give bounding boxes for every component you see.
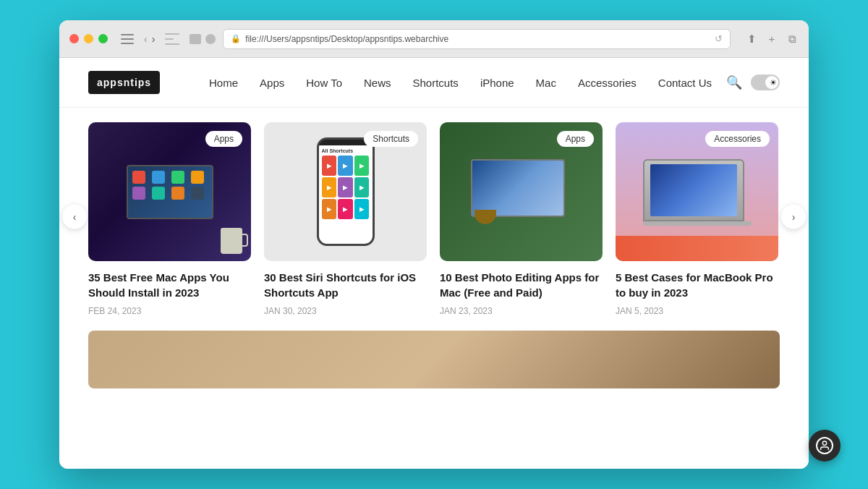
new-tab-button[interactable]: + (765, 33, 778, 46)
phone-screen: All Shortcuts ▶ ▶ ▶ ▶ ▶ ▶ ▶ (319, 145, 373, 244)
maximize-button[interactable] (98, 34, 108, 43)
toolbar-actions: ⬆ + ⧉ (745, 33, 799, 46)
nav-arrows: ‹ › (144, 33, 155, 45)
articles-row: Apps 35 Best Free Mac Apps You Should In… (88, 122, 780, 316)
badge-3: Apps (557, 131, 594, 147)
theme-toggle[interactable]: ☀ (751, 75, 780, 90)
fab-icon (816, 437, 833, 454)
svg-point-0 (822, 441, 826, 445)
reload-icon[interactable]: ↺ (715, 33, 723, 44)
traffic-lights (69, 34, 108, 43)
bowl-decoration (475, 210, 496, 224)
address-bar-container: 🔒 file:///Users/appsntips/Desktop/appsnt… (223, 29, 731, 49)
card-image-1: Apps (88, 122, 251, 261)
forward-arrow[interactable]: › (152, 33, 156, 45)
article-card-4[interactable]: Accessories 5 Best Cases for MacBook Pro… (616, 122, 778, 316)
phone-mockup: All Shortcuts ▶ ▶ ▶ ▶ ▶ ▶ ▶ (317, 137, 375, 246)
sun-icon: ☀ (770, 78, 777, 88)
next-button[interactable]: › (781, 205, 806, 229)
article-title-3: 10 Best Photo Editing Apps for Mac (Free… (440, 270, 603, 300)
article-card-3[interactable]: Apps 10 Best Photo Editing Apps for Mac … (440, 122, 603, 316)
nav-shortcuts[interactable]: Shortcuts (413, 77, 459, 89)
card-image-2: All Shortcuts ▶ ▶ ▶ ▶ ▶ ▶ ▶ (264, 122, 427, 261)
article-date-4: JAN 5, 2023 (616, 306, 778, 316)
badge-1: Apps (205, 131, 242, 147)
page-content: appsntips Home Apps How To News Shortcut… (59, 58, 809, 469)
sidebar-toggle[interactable] (121, 34, 134, 44)
nav-news[interactable]: News (364, 77, 391, 89)
bottom-teaser (88, 331, 780, 388)
nav-home[interactable]: Home (209, 77, 238, 89)
nav-iphone[interactable]: iPhone (480, 77, 514, 89)
prev-button[interactable]: ‹ (62, 205, 87, 229)
card-image-4: Accessories (616, 122, 778, 261)
nav-mac[interactable]: Mac (536, 77, 556, 89)
address-bar[interactable]: 🔒 file:///Users/appsntips/Desktop/appsnt… (223, 29, 731, 49)
teaser-image (88, 331, 780, 388)
article-date-2: JAN 30, 2023 (264, 306, 427, 316)
coral-bar (616, 236, 778, 261)
nav-apps[interactable]: Apps (260, 77, 284, 89)
macbook-base (643, 221, 752, 226)
nav-how-to[interactable]: How To (306, 77, 342, 89)
mug-decoration (221, 228, 242, 254)
article-title-2: 30 Best Siri Shortcuts for iOS Shortcuts… (264, 270, 427, 300)
search-button[interactable]: 🔍 (726, 75, 742, 90)
article-title-4: 5 Best Cases for MacBook Pro to buy in 2… (616, 270, 778, 300)
article-date-3: JAN 23, 2023 (440, 306, 603, 316)
nav-contact[interactable]: Contact Us (658, 77, 712, 89)
share-button[interactable]: ⬆ (745, 33, 758, 46)
article-title-1: 35 Best Free Mac Apps You Should Install… (88, 270, 251, 300)
site-header: appsntips Home Apps How To News Shortcut… (59, 58, 809, 108)
close-button[interactable] (69, 34, 79, 43)
nav-accessories[interactable]: Accessories (578, 77, 637, 89)
laptop-screen (471, 159, 565, 217)
logo-text: appsntips (88, 71, 160, 94)
site-nav: Home Apps How To News Shortcuts iPhone M… (209, 77, 712, 89)
badge-4: Accessories (705, 131, 770, 147)
macbook-mockup (643, 159, 752, 224)
article-date-1: FEB 24, 2023 (88, 306, 251, 316)
browser-window: ‹ › 🔒 file:///Users/appsntips/Desktop/ap… (59, 20, 809, 469)
title-bar: ‹ › 🔒 file:///Users/appsntips/Desktop/ap… (59, 20, 809, 58)
back-arrow[interactable]: ‹ (144, 33, 148, 45)
tab-overview-button[interactable]: ⧉ (786, 33, 799, 46)
fab-button[interactable] (809, 430, 841, 462)
macbook-screen (650, 164, 737, 216)
badge-2: Shortcuts (364, 131, 418, 147)
card-image-3: Apps (440, 122, 603, 261)
article-card-1[interactable]: Apps 35 Best Free Mac Apps You Should In… (88, 122, 251, 316)
article-card-2[interactable]: All Shortcuts ▶ ▶ ▶ ▶ ▶ ▶ ▶ (264, 122, 427, 316)
mac-screen (127, 165, 213, 219)
minimize-button[interactable] (84, 34, 93, 43)
site-logo[interactable]: appsntips (88, 71, 160, 94)
lock-icon: 🔒 (231, 34, 241, 43)
articles-section: ‹ (59, 108, 809, 331)
header-actions: 🔍 ☀ (726, 75, 780, 90)
laptop-mockup (471, 159, 572, 224)
url-text: file:///Users/appsntips/Desktop/appsntip… (245, 34, 710, 44)
macbook-lid (643, 159, 744, 221)
